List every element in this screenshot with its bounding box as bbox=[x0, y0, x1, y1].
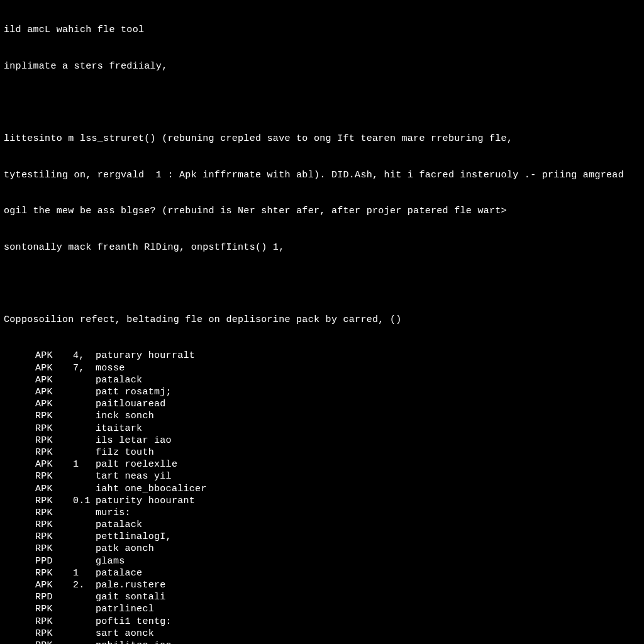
list-item: APKpatt rosatmj; bbox=[4, 386, 640, 398]
pkg-type: APK bbox=[4, 398, 73, 410]
list-item: RPKils letar iao bbox=[4, 435, 640, 447]
pkg-desc: pale.rustere bbox=[96, 579, 640, 591]
header-line-2: inplimate a sters frediialy, bbox=[4, 60, 640, 72]
pkg-desc: paturary hourralt bbox=[96, 350, 640, 362]
list-item: RPKtart neas yil bbox=[4, 470, 640, 482]
list-item: RPK1patalace bbox=[4, 567, 640, 579]
list-item: PPDglams bbox=[4, 555, 640, 567]
pkg-desc: ils letar iao bbox=[96, 435, 640, 447]
pkg-num bbox=[73, 423, 96, 435]
pkg-num bbox=[73, 591, 96, 603]
pkg-num bbox=[73, 470, 96, 482]
blank-line bbox=[4, 97, 640, 109]
pkg-desc: itaitark bbox=[96, 423, 640, 435]
pkg-desc: paturity hoourant bbox=[96, 495, 640, 507]
pkg-type: RPK bbox=[4, 567, 73, 579]
blank-line bbox=[4, 277, 640, 289]
pkg-num bbox=[73, 519, 96, 531]
pkg-type: RPK bbox=[4, 447, 73, 458]
pkg-desc: sart aonck bbox=[96, 628, 640, 640]
pkg-num bbox=[73, 628, 96, 640]
pkg-num: 0.1 bbox=[73, 495, 96, 507]
pkg-type: PPD bbox=[4, 555, 73, 567]
pkg-type: RPD bbox=[4, 591, 73, 603]
pkg-type: RPK bbox=[4, 616, 73, 628]
pkg-num: 1 bbox=[73, 567, 96, 579]
pkg-type: RPK bbox=[4, 507, 73, 519]
pkg-type: RPK bbox=[4, 543, 73, 555]
pkg-type: APK bbox=[4, 483, 73, 495]
list-item: APKpatalack bbox=[4, 374, 640, 386]
pkg-type: APK bbox=[4, 350, 73, 362]
pkg-desc: patk aonch bbox=[96, 543, 640, 555]
list-item: APK7,mosse bbox=[4, 362, 640, 374]
block1-line-3: ogil the mew be ass blgse? (rrebuind is … bbox=[4, 205, 640, 217]
pkg-desc: tart neas yil bbox=[96, 470, 640, 482]
pkg-type: RPK bbox=[4, 410, 73, 422]
pkg-desc: patalack bbox=[96, 374, 640, 386]
pkg-num bbox=[73, 640, 96, 644]
pkg-num bbox=[73, 435, 96, 447]
pkg-desc: pettlinalogI, bbox=[96, 531, 640, 543]
list-item: RPKmuris: bbox=[4, 507, 640, 519]
pkg-desc: iaht one_bbocalicer bbox=[96, 483, 640, 495]
list-item: RPKpatalack bbox=[4, 519, 640, 531]
list-item: RPDgait sontali bbox=[4, 591, 640, 603]
pkg-type: APK bbox=[4, 458, 73, 470]
pkg-desc: glams bbox=[96, 555, 640, 567]
block1-line-2: tytestiling on, rergvald 1 : Apk inffrrm… bbox=[4, 169, 640, 181]
pkg-desc: pofti1 tentg: bbox=[96, 616, 640, 628]
pkg-desc: mosse bbox=[96, 362, 640, 374]
list-item: RPKpehilitee iao bbox=[4, 640, 640, 644]
pkg-num bbox=[73, 386, 96, 398]
pkg-desc: filz touth bbox=[96, 447, 640, 458]
pkg-type: RPK bbox=[4, 435, 73, 447]
list-item: RPKinck sonch bbox=[4, 410, 640, 422]
pkg-desc: gait sontali bbox=[96, 591, 640, 603]
pkg-num bbox=[73, 374, 96, 386]
pkg-type: RPK bbox=[4, 531, 73, 543]
pkg-num: 4, bbox=[73, 350, 96, 362]
pkg-desc: patrlinecl bbox=[96, 603, 640, 615]
list-item: APK4,paturary hourralt bbox=[4, 350, 640, 362]
pkg-type: RPK bbox=[4, 603, 73, 615]
pkg-num bbox=[73, 507, 96, 519]
pkg-type: RPK bbox=[4, 519, 73, 531]
list-item: RPKpatk aonch bbox=[4, 543, 640, 555]
pkg-desc: patalack bbox=[96, 519, 640, 531]
pkg-type: RPK bbox=[4, 640, 73, 644]
list-item: RPKsart aonck bbox=[4, 628, 640, 640]
pkg-type: RPK bbox=[4, 628, 73, 640]
pkg-num: 2. bbox=[73, 579, 96, 591]
pkg-desc: paitlouaread bbox=[96, 398, 640, 410]
list-item: APK1palt roelexlle bbox=[4, 458, 640, 470]
pkg-desc: muris: bbox=[96, 507, 640, 519]
list-item: RPKpatrlinecl bbox=[4, 603, 640, 615]
pkg-num bbox=[73, 483, 96, 495]
pkg-num bbox=[73, 447, 96, 458]
block1-line-4: sontonally mack freanth RlDing, onpstfIi… bbox=[4, 242, 640, 253]
pkg-type: RPK bbox=[4, 423, 73, 435]
pkg-num bbox=[73, 616, 96, 628]
pkg-type: RPK bbox=[4, 470, 73, 482]
header-line-1: ild amcL wahich fle tool bbox=[4, 24, 640, 36]
pkg-num: 1 bbox=[73, 458, 96, 470]
list-item: RPKfilz touth bbox=[4, 447, 640, 458]
section-header: Copposoilion refect, beltading fle on de… bbox=[4, 314, 640, 326]
pkg-type: APK bbox=[4, 579, 73, 591]
list-item: APK2.pale.rustere bbox=[4, 579, 640, 591]
list-item: RPK0.1paturity hoourant bbox=[4, 495, 640, 507]
terminal-output: ild amcL wahich fle tool inplimate a ste… bbox=[4, 0, 640, 644]
pkg-num bbox=[73, 543, 96, 555]
pkg-num bbox=[73, 531, 96, 543]
pkg-desc: patt rosatmj; bbox=[96, 386, 640, 398]
pkg-type: APK bbox=[4, 374, 73, 386]
block1-line-1: littesinto m lss_struret() (rebuning cre… bbox=[4, 133, 640, 145]
pkg-num: 7, bbox=[73, 362, 96, 374]
list-item: RPKpofti1 tentg: bbox=[4, 616, 640, 628]
pkg-num bbox=[73, 410, 96, 422]
pkg-desc: inck sonch bbox=[96, 410, 640, 422]
pkg-desc: pehilitee iao bbox=[96, 640, 640, 644]
pkg-type: RPK bbox=[4, 495, 73, 507]
pkg-desc: patalace bbox=[96, 567, 640, 579]
